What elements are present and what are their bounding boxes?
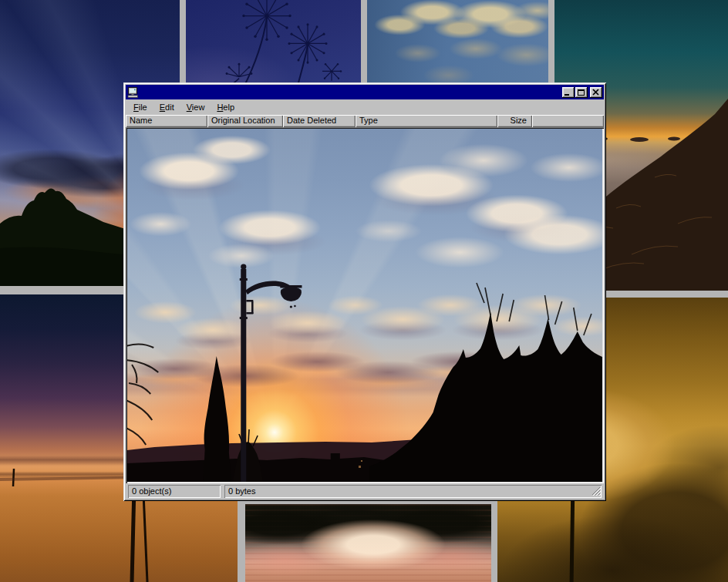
resize-grip-icon[interactable] [592,487,601,496]
branch-silhouette [127,344,158,445]
close-icon [592,89,599,96]
minimize-icon [565,94,569,96]
maximize-button[interactable] [575,87,588,98]
sunset-silhouettes [127,129,602,482]
minimize-button[interactable] [562,87,575,98]
status-bytes: 0 bytes [224,485,602,498]
computer-icon[interactable] [127,87,139,98]
maximize-icon [578,89,585,96]
menu-item-file[interactable]: File [129,101,152,113]
column-header-name[interactable]: Name [126,115,207,127]
column-header-filler [532,115,604,127]
menu-item-help[interactable]: Help [212,101,239,113]
close-button[interactable] [590,87,602,98]
menu-item-edit[interactable]: Edit [155,101,179,113]
status-object-count: 0 object(s) [128,485,221,498]
column-header-original-location[interactable]: Original Location [207,115,283,127]
wallpaper-photo-cloud-sky [367,0,548,89]
column-header-size[interactable]: Size [497,115,532,127]
cypress-silhouette [204,356,231,482]
recycle-bin-window: File Edit View Help Name Original Locati… [123,82,606,501]
status-bar: 0 object(s) 0 bytes [126,485,604,498]
column-header-date-deleted[interactable]: Date Deleted [283,115,356,127]
tree-mass-silhouette [369,312,602,482]
title-bar[interactable] [126,85,604,99]
column-header-row: Name Original Location Date Deleted Type… [126,115,604,127]
desktop: File Edit View Help Name Original Locati… [0,0,728,582]
list-view[interactable] [126,127,604,483]
menu-item-view[interactable]: View [182,101,210,113]
list-view-background-photo [127,129,602,482]
menu-bar: File Edit View Help [126,99,604,115]
wallpaper-photo-dried-flowers [186,0,361,89]
column-header-type[interactable]: Type [356,115,497,127]
dried-flower-silhouette [186,0,361,89]
wallpaper-photo-water-reflection [245,504,491,582]
